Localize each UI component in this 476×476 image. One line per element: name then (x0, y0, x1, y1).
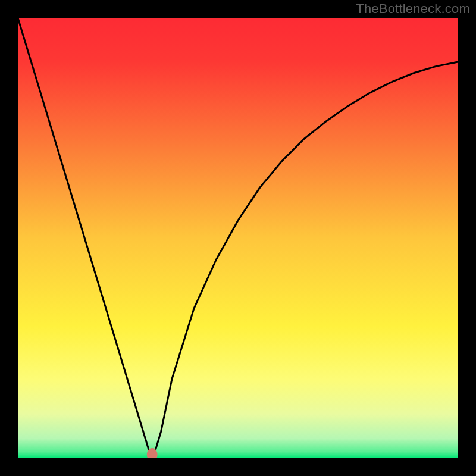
chart-svg (18, 18, 458, 458)
watermark-label: TheBottleneck.com (356, 1, 470, 17)
chart-frame: TheBottleneck.com (0, 0, 476, 476)
plot-area (18, 18, 458, 458)
